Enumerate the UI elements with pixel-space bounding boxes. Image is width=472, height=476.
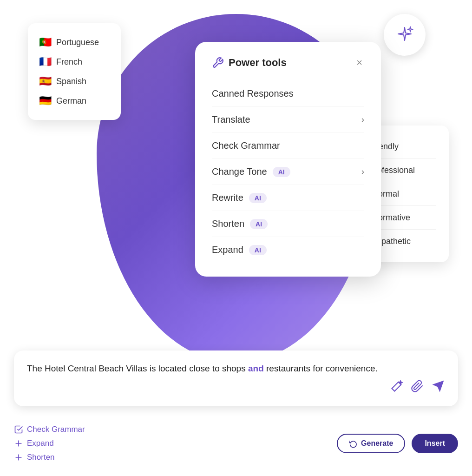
input-actions-bar (27, 379, 445, 395)
language-label-german: German (56, 96, 86, 106)
menu-item-canned-responses-left: Canned Responses (212, 88, 294, 99)
language-label-portuguese: Portuguese (56, 38, 99, 47)
menu-item-rewrite-left: Rewrite AI (212, 192, 267, 203)
bottom-toolbar: Check Grammar Expand Shorten Generate In… (14, 425, 458, 462)
panel-title: Power tools (212, 57, 287, 69)
bottom-links-group: Check Grammar Expand Shorten (14, 425, 85, 462)
language-item-spanish[interactable]: 🇪🇸 Spanish (39, 72, 110, 91)
insert-button[interactable]: Insert (412, 434, 458, 453)
change-tone-label: Change Tone (212, 166, 267, 177)
menu-item-translate[interactable]: Translate › (212, 107, 364, 133)
ai-sparkle-button[interactable] (384, 14, 426, 56)
panel-title-text: Power tools (229, 57, 287, 69)
bottom-link-expand-label: Expand (27, 439, 54, 448)
language-item-french[interactable]: 🇫🇷 French (39, 52, 110, 72)
menu-item-canned-responses[interactable]: Canned Responses (212, 81, 364, 107)
menu-item-expand-left: Expand AI (212, 245, 267, 255)
bottom-link-shorten-label: Shorten (27, 453, 55, 462)
language-dropdown: 🇵🇹 Portuguese 🇫🇷 French 🇪🇸 Spanish 🇩🇪 Ge… (28, 23, 121, 120)
text-input-area: The Hotel Central Beach Villas is locate… (14, 350, 458, 406)
flag-french: 🇫🇷 (39, 56, 52, 68)
menu-item-shorten-left: Shorten AI (212, 218, 268, 229)
input-text-after: restaurants for convenience. (264, 364, 378, 373)
generate-button[interactable]: Generate (337, 434, 405, 453)
flag-spanish: 🇪🇸 (39, 75, 52, 87)
menu-item-shorten[interactable]: Shorten AI (212, 211, 364, 237)
menu-item-check-grammar-left: Check Grammar (212, 140, 280, 151)
translate-chevron-icon: › (361, 115, 364, 125)
power-tools-panel: Power tools × Canned Responses Translate… (195, 42, 381, 277)
language-item-portuguese[interactable]: 🇵🇹 Portuguese (39, 33, 110, 52)
expand-ai-badge: AI (249, 245, 267, 255)
menu-item-rewrite[interactable]: Rewrite AI (212, 185, 364, 211)
bottom-link-shorten[interactable]: Shorten (14, 453, 85, 462)
menu-item-expand[interactable]: Expand AI (212, 237, 364, 263)
flag-german: 🇩🇪 (39, 95, 52, 107)
expand-label: Expand (212, 245, 243, 255)
generate-label: Generate (361, 439, 393, 448)
input-text-highlight: and (248, 364, 264, 373)
language-item-german[interactable]: 🇩🇪 German (39, 91, 110, 111)
translate-label: Translate (212, 114, 250, 125)
shorten-label: Shorten (212, 218, 244, 229)
change-tone-ai-badge: AI (273, 167, 290, 177)
bottom-right-buttons: Generate Insert (337, 434, 458, 453)
menu-item-check-grammar[interactable]: Check Grammar (212, 133, 364, 159)
canned-responses-label: Canned Responses (212, 88, 294, 99)
input-text-before: The Hotel Central Beach Villas is locate… (27, 364, 248, 373)
flag-portuguese: 🇵🇹 (39, 36, 52, 48)
send-icon[interactable] (431, 379, 445, 395)
change-tone-chevron-icon: › (361, 167, 364, 177)
attachment-icon[interactable] (411, 380, 424, 395)
rewrite-ai-badge: AI (249, 193, 267, 203)
language-label-spanish: Spanish (56, 77, 86, 86)
bottom-link-expand[interactable]: Expand (14, 439, 85, 448)
check-grammar-label: Check Grammar (212, 140, 280, 151)
shorten-ai-badge: AI (250, 219, 268, 229)
panel-header: Power tools × (212, 56, 364, 70)
language-label-french: French (56, 57, 82, 67)
rewrite-label: Rewrite (212, 192, 243, 203)
menu-item-change-tone[interactable]: Change Tone AI › (212, 159, 364, 185)
close-button[interactable]: × (354, 56, 364, 70)
input-text-content: The Hotel Central Beach Villas is locate… (27, 362, 445, 376)
magic-wand-icon[interactable] (390, 380, 403, 395)
bottom-link-check-grammar[interactable]: Check Grammar (14, 425, 85, 434)
menu-item-translate-left: Translate (212, 114, 250, 125)
bottom-link-check-grammar-label: Check Grammar (27, 425, 85, 434)
menu-item-change-tone-left: Change Tone AI (212, 166, 290, 177)
